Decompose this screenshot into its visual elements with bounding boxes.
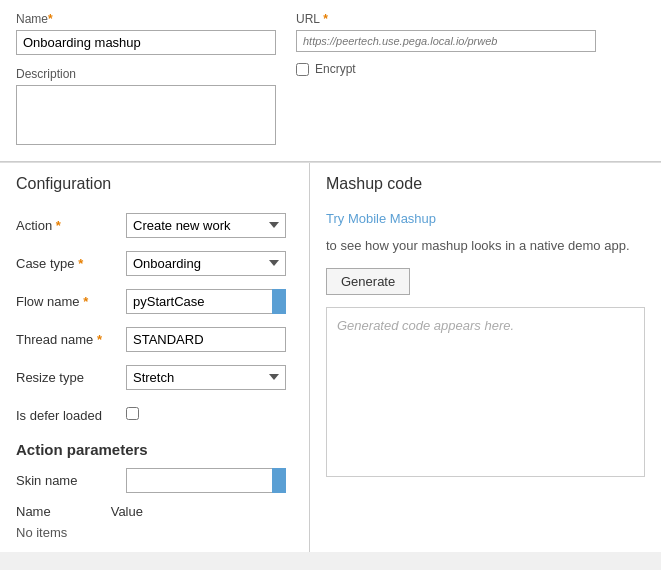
skin-name-input[interactable] <box>126 468 286 493</box>
mashup-description: to see how your mashup looks in a native… <box>326 236 645 256</box>
mashup-title: Mashup code <box>326 175 645 197</box>
config-panel: Configuration Action * Create new work O… <box>0 163 310 552</box>
thread-name-value <box>126 327 293 352</box>
name-label: Name* <box>16 12 276 26</box>
defer-checkbox[interactable] <box>126 407 139 420</box>
action-label: Action * <box>16 218 126 233</box>
flow-name-value <box>126 289 293 314</box>
params-header: Name Value <box>16 504 293 519</box>
url-input[interactable] <box>296 30 596 52</box>
encrypt-checkbox[interactable] <box>296 63 309 76</box>
description-label: Description <box>16 67 276 81</box>
case-type-select[interactable]: Onboarding Case1 Case2 <box>126 251 286 276</box>
defer-label: Is defer loaded <box>16 408 126 423</box>
flow-name-input[interactable] <box>126 289 286 314</box>
main-content: Configuration Action * Create new work O… <box>0 163 661 552</box>
skin-name-label: Skin name <box>16 473 126 488</box>
thread-name-input[interactable] <box>126 327 286 352</box>
generate-button[interactable]: Generate <box>326 268 410 295</box>
thread-name-row: Thread name * <box>16 325 293 353</box>
case-type-value: Onboarding Case1 Case2 <box>126 251 293 276</box>
flow-name-indicator <box>272 289 286 314</box>
name-input[interactable] <box>16 30 276 55</box>
resize-type-select[interactable]: Stretch None Scroll <box>126 365 286 390</box>
encrypt-label: Encrypt <box>315 62 356 76</box>
skin-name-indicator <box>272 468 286 493</box>
flow-name-label: Flow name * <box>16 294 126 309</box>
action-params-title: Action parameters <box>16 441 293 458</box>
description-textarea[interactable] <box>16 85 276 145</box>
action-select[interactable]: Create new work Open assignment Open cas… <box>126 213 286 238</box>
code-area[interactable]: Generated code appears here. <box>326 307 645 477</box>
resize-type-row: Resize type Stretch None Scroll <box>16 363 293 391</box>
skin-name-value <box>126 468 293 493</box>
encrypt-row: Encrypt <box>296 62 645 76</box>
mashup-panel: Mashup code Try Mobile Mashup to see how… <box>310 163 661 552</box>
resize-type-label: Resize type <box>16 370 126 385</box>
skin-name-row: Skin name <box>16 466 293 494</box>
name-col-header: Name <box>16 504 51 519</box>
defer-row: Is defer loaded <box>16 401 293 429</box>
case-type-label: Case type * <box>16 256 126 271</box>
mobile-mashup-link[interactable]: Try Mobile Mashup <box>326 211 436 226</box>
no-items: No items <box>16 525 293 540</box>
defer-value <box>126 407 293 423</box>
flow-name-row: Flow name * <box>16 287 293 315</box>
case-type-row: Case type * Onboarding Case1 Case2 <box>16 249 293 277</box>
url-label: URL * <box>296 12 645 26</box>
config-title: Configuration <box>16 175 293 197</box>
resize-type-value: Stretch None Scroll <box>126 365 293 390</box>
top-section: Name* Description URL * Encrypt <box>0 0 661 162</box>
thread-name-label: Thread name * <box>16 332 126 347</box>
action-row: Action * Create new work Open assignment… <box>16 211 293 239</box>
value-col-header: Value <box>111 504 143 519</box>
action-value: Create new work Open assignment Open cas… <box>126 213 293 238</box>
